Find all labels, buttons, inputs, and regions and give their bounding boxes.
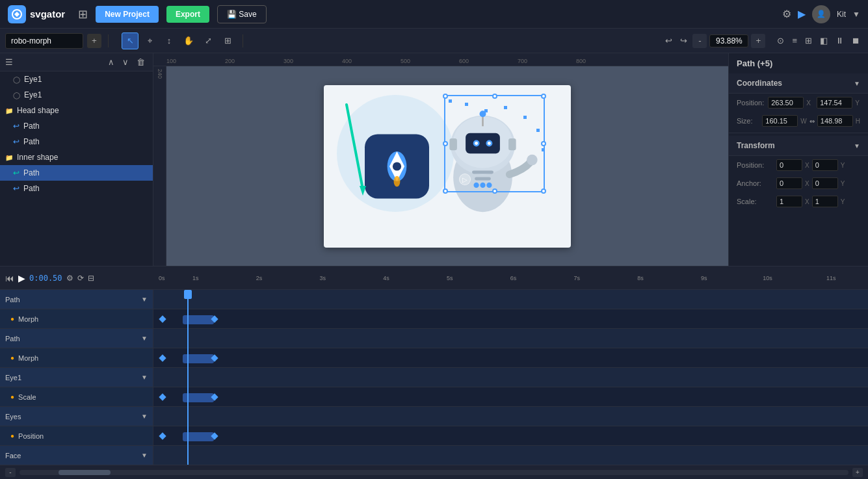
timeline-labels-column: Path ▼ ● Morph Path ▼ ● Morph xyxy=(0,290,153,465)
layer-item-path-2[interactable]: ↩ Path xyxy=(0,134,153,149)
divider-1 xyxy=(729,133,868,133)
tl-expand-eye1[interactable]: ▼ xyxy=(141,374,148,381)
playhead-head[interactable] xyxy=(184,290,192,299)
canvas-white xyxy=(324,85,571,248)
layer-item-path-4[interactable]: ↩ Path xyxy=(0,181,153,196)
track-diamond-l-morph-2[interactable] xyxy=(159,354,166,361)
tl-label-face[interactable]: Face ▼ xyxy=(0,446,153,465)
tl-label-eye1[interactable]: Eye1 ▼ xyxy=(0,368,153,387)
tl-label-position[interactable]: ● Position xyxy=(0,426,153,446)
handle-bm[interactable] xyxy=(492,188,497,194)
layer-item-eye1-2[interactable]: ◯ Eye1 xyxy=(0,87,153,103)
layer-item-eye1-1[interactable]: ◯ Eye1 xyxy=(0,71,153,87)
canvas-viewport[interactable]: ▷ xyxy=(166,66,728,266)
handle-mr[interactable] xyxy=(541,141,546,146)
path-icon-3: ↩ xyxy=(13,168,20,177)
layer-item-head-shape[interactable]: 📁 Head shape xyxy=(0,103,153,118)
layer-item-path-3[interactable]: ↩ Path xyxy=(0,165,153,181)
ruler-4s: 4s xyxy=(354,275,418,281)
tl-label-path-2[interactable]: Path ▼ xyxy=(0,329,153,348)
track-row-path-2 xyxy=(153,329,868,348)
path-icon-2: ↩ xyxy=(13,137,20,146)
handle-br[interactable] xyxy=(541,188,546,194)
timeline-mode-button[interactable]: ⊟ xyxy=(88,274,94,283)
tl-label-morph-2[interactable]: ● Morph xyxy=(0,348,153,368)
ruler-3s: 3s xyxy=(291,275,354,281)
track-row-eyes xyxy=(153,407,868,426)
logo-icon xyxy=(8,5,26,23)
node-tool[interactable]: ⌖ xyxy=(141,32,158,49)
transform-section-header[interactable]: Transform ▼ xyxy=(729,136,868,156)
transform-label: Transform xyxy=(737,141,775,150)
expand-all-button[interactable]: ∨ xyxy=(120,56,131,68)
hand-tool[interactable]: ✋ xyxy=(180,32,197,49)
layer-item-inner-shape[interactable]: 📁 Inner shape xyxy=(0,149,153,165)
collapse-all-button[interactable]: ∧ xyxy=(105,56,117,68)
right-toolbar-group: ⊙ ≡ ⊞ ◧ ⏸ ⏹ xyxy=(774,34,863,47)
tl-expand-path-2[interactable]: ▼ xyxy=(141,335,148,342)
timeline-scrollbar: - + xyxy=(0,465,868,479)
timeline-scroll-left[interactable]: - xyxy=(5,468,16,477)
delete-layer-button[interactable]: 🗑 xyxy=(134,56,148,68)
tl-label-eyes[interactable]: Eyes ▼ xyxy=(0,407,153,426)
grid-view-icon[interactable]: ⊞ xyxy=(802,34,815,47)
track-diamond-l-scale[interactable] xyxy=(159,393,166,400)
handle-tm[interactable] xyxy=(492,94,497,99)
timeline-settings-button[interactable]: ⚙ xyxy=(66,274,73,283)
handle-bl[interactable] xyxy=(443,188,448,194)
tl-expand-face[interactable]: ▼ xyxy=(141,452,148,459)
user-dropdown-icon[interactable]: ▼ xyxy=(852,10,860,19)
pause-icon[interactable]: ⏸ xyxy=(833,34,847,47)
ruler-10s: 10s xyxy=(736,275,800,281)
handle-ml[interactable] xyxy=(443,141,448,146)
transform-tool[interactable]: ↕ xyxy=(161,32,178,49)
stop-icon[interactable]: ⏹ xyxy=(849,34,863,47)
handle-tr[interactable] xyxy=(541,94,546,99)
tl-label-scale[interactable]: ● Scale xyxy=(0,387,153,407)
zoom-in-button[interactable]: + xyxy=(751,34,765,48)
add-tab-button[interactable]: + xyxy=(87,34,101,48)
play-button[interactable]: ▶ xyxy=(18,273,25,283)
grid-icon[interactable]: ⊞ xyxy=(78,7,88,21)
undo-button[interactable]: ↩ xyxy=(663,34,675,47)
tl-label-morph-1[interactable]: ● Morph xyxy=(0,309,153,329)
tl-expand-eyes[interactable]: ▼ xyxy=(141,413,148,420)
username: Kit xyxy=(837,10,846,19)
scale-tool[interactable]: ⤢ xyxy=(200,32,217,49)
tl-expand-path-1[interactable]: ▼ xyxy=(141,296,148,303)
settings-icon[interactable]: ⚙ xyxy=(782,8,791,20)
position-y-label: Y xyxy=(855,99,863,107)
select-tool[interactable]: ↖ xyxy=(122,32,138,49)
project-name-input[interactable] xyxy=(5,33,83,49)
zoom-out-button[interactable]: - xyxy=(692,34,707,48)
handle-tl[interactable] xyxy=(443,94,448,99)
track-diamond-l-morph-1[interactable] xyxy=(159,315,166,322)
path-point-3 xyxy=(504,106,507,109)
track-diamond-l-position[interactable] xyxy=(159,432,166,439)
path-point-4 xyxy=(523,116,527,119)
timeline-loop-button[interactable]: ⟳ xyxy=(77,274,84,283)
timeline-scroll-track[interactable] xyxy=(20,470,848,475)
scale-y-label: Y xyxy=(841,198,845,205)
export-button[interactable]: Export xyxy=(166,6,209,23)
snap-icon[interactable]: ⊙ xyxy=(774,34,787,47)
play-preview-icon[interactable]: ▶ xyxy=(798,8,806,20)
align-icon[interactable]: ≡ xyxy=(789,34,800,47)
mask-icon[interactable]: ◧ xyxy=(817,34,830,47)
tl-name-scale: Scale xyxy=(18,393,148,401)
layer-item-path-1[interactable]: ↩ Path xyxy=(0,118,153,134)
anchor-y-label: Y xyxy=(841,180,845,187)
link-size-icon[interactable]: ⇔ xyxy=(809,118,815,125)
save-button[interactable]: 💾 Save xyxy=(217,5,267,23)
timeline-scroll-right[interactable]: + xyxy=(852,468,863,477)
timeline-scroll-thumb[interactable] xyxy=(59,470,111,475)
tl-label-path-1[interactable]: Path ▼ xyxy=(0,290,153,309)
coordinates-section-header[interactable]: Coordinates ▼ xyxy=(729,73,868,94)
new-project-button[interactable]: New Project xyxy=(96,6,159,23)
user-avatar: 👤 xyxy=(812,5,830,23)
canvas-ruler-left: 240 xyxy=(153,66,166,266)
distribute-tool[interactable]: ⊞ xyxy=(219,32,236,49)
go-start-button[interactable]: ⏮ xyxy=(5,273,14,283)
tl-dot-morph-2: ● xyxy=(10,354,14,361)
redo-button[interactable]: ↪ xyxy=(677,34,690,47)
